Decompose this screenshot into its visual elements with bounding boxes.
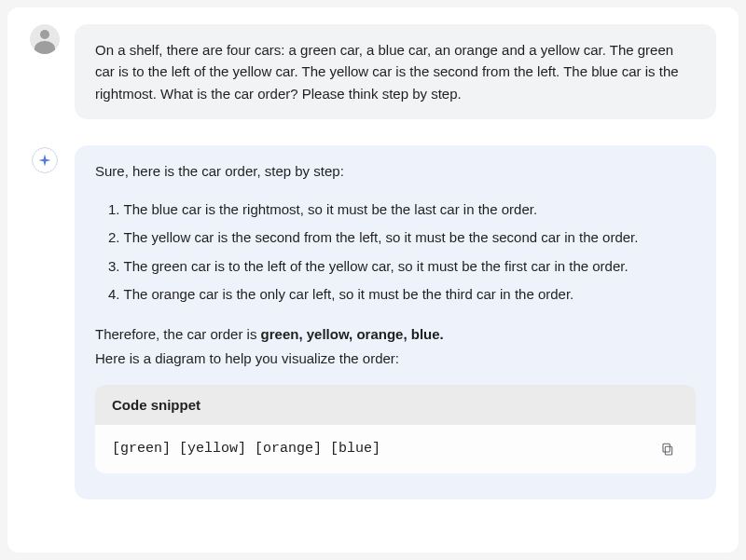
code-snippet-block: Code snippet [green] [yellow] [orange] [… — [95, 385, 696, 473]
svg-rect-1 — [663, 444, 670, 452]
svg-rect-0 — [665, 446, 671, 455]
code-content: [green] [yellow] [orange] [blue] — [112, 438, 380, 459]
user-avatar-icon — [30, 24, 60, 54]
conclusion-prefix: Therefore, the car order is — [95, 326, 261, 342]
assistant-message-row: Sure, here is the car order, step by ste… — [30, 145, 716, 499]
user-avatar-wrapper — [30, 24, 60, 54]
step-text: The yellow car is the second from the le… — [124, 226, 639, 248]
sparkle-icon — [32, 147, 58, 173]
code-snippet-header: Code snippet — [95, 385, 696, 425]
user-message-bubble: On a shelf, there are four cars: a green… — [75, 24, 716, 119]
step-list: 1.The blue car is the rightmost, so it m… — [108, 198, 696, 305]
copy-icon — [660, 442, 675, 457]
list-item: 4.The orange car is the only car left, s… — [108, 283, 696, 305]
list-item: 1.The blue car is the rightmost, so it m… — [108, 198, 696, 220]
code-snippet-body: [green] [yellow] [orange] [blue] — [95, 425, 696, 473]
step-text: The green car is to the left of the yell… — [124, 255, 629, 277]
diagram-intro-text: Here is a diagram to help you visualize … — [95, 348, 696, 369]
conclusion-answer: green, yellow, orange, blue. — [261, 326, 444, 342]
user-message-row: On a shelf, there are four cars: a green… — [30, 24, 716, 119]
step-text: The orange car is the only car left, so … — [124, 283, 574, 305]
user-message-text: On a shelf, there are four cars: a green… — [95, 42, 679, 102]
conclusion-line: Therefore, the car order is green, yello… — [95, 323, 696, 345]
list-item: 3.The green car is to the left of the ye… — [108, 255, 696, 277]
assistant-avatar-wrapper — [30, 145, 60, 175]
assistant-intro-text: Sure, here is the car order, step by ste… — [95, 160, 696, 182]
step-text: The blue car is the rightmost, so it mus… — [124, 198, 538, 220]
copy-button[interactable] — [656, 438, 679, 460]
list-item: 2.The yellow car is the second from the … — [108, 226, 696, 248]
chat-container: On a shelf, there are four cars: a green… — [7, 7, 739, 553]
assistant-message-bubble: Sure, here is the car order, step by ste… — [75, 145, 716, 499]
